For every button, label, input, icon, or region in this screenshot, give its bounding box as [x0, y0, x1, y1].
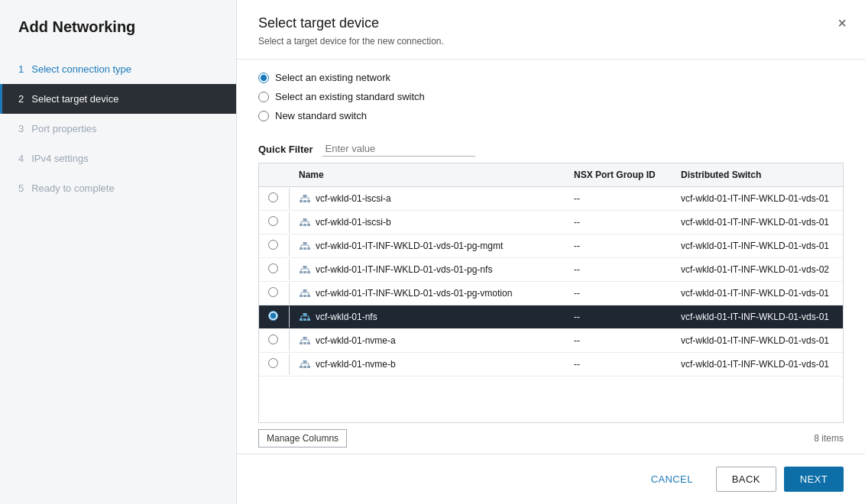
- network-table: Name NSX Port Group ID Distributed Switc…: [259, 163, 843, 376]
- radio-option-2[interactable]: Select an existing standard switch: [258, 91, 844, 102]
- back-button[interactable]: BACK: [716, 467, 776, 492]
- network-icon: [299, 192, 311, 205]
- row-name-text-7: vcf-wkld-01-nvme-b: [316, 359, 396, 370]
- filter-input[interactable]: [322, 141, 475, 157]
- row-radio-7[interactable]: [259, 353, 287, 376]
- svg-rect-58: [307, 366, 310, 368]
- svg-rect-57: [303, 366, 306, 368]
- svg-rect-51: [303, 337, 307, 339]
- svg-rect-56: [300, 366, 303, 368]
- table-row[interactable]: vcf-wkld-01-IT-INF-WKLD-01-vds-01-pg-vmo…: [259, 282, 843, 305]
- table-row[interactable]: vcf-wkld-01-nvme-a--vcf-wkld-01-IT-INF-W…: [259, 329, 843, 353]
- svg-rect-16: [300, 247, 303, 250]
- row-name-text-4: vcf-wkld-01-IT-INF-WKLD-01-vds-01-pg-vmo…: [316, 288, 512, 299]
- network-icon: [299, 287, 311, 299]
- row-ds-5: vcf-wkld-01-IT-INF-WKLD-01-vds-01: [673, 305, 843, 329]
- manage-columns-button[interactable]: Manage Columns: [258, 429, 347, 447]
- svg-rect-18: [307, 247, 310, 250]
- table-body: vcf-wkld-01-iscsi-a--vcf-wkld-01-IT-INF-…: [259, 187, 843, 376]
- svg-rect-10: [307, 224, 310, 226]
- svg-rect-43: [303, 313, 307, 315]
- radio-input-1[interactable]: [258, 73, 269, 83]
- radio-option-3[interactable]: New standard switch: [258, 110, 844, 121]
- table-row[interactable]: vcf-wkld-01-IT-INF-WKLD-01-vds-01-pg-nfs…: [259, 258, 843, 282]
- row-nsx-1: --: [566, 211, 673, 234]
- table-row[interactable]: vcf-wkld-01-iscsi-a--vcf-wkld-01-IT-INF-…: [259, 187, 843, 211]
- row-radio-input-1[interactable]: [268, 216, 278, 226]
- dialog-footer: CANCEL BACK NEXT: [237, 454, 865, 504]
- svg-rect-9: [303, 224, 306, 226]
- row-name-0: vcf-wkld-01-iscsi-a: [291, 187, 566, 211]
- network-icon: [299, 263, 311, 276]
- row-radio-6[interactable]: [259, 329, 287, 353]
- step-num-4: 4: [18, 153, 24, 164]
- network-icon: [299, 334, 311, 347]
- step-label-1: Select connection type: [31, 63, 131, 75]
- network-icon: [299, 311, 311, 323]
- radio-input-3[interactable]: [258, 111, 269, 121]
- row-radio-input-5[interactable]: [268, 311, 278, 321]
- svg-rect-19: [303, 242, 307, 244]
- row-ds-2: vcf-wkld-01-IT-INF-WKLD-01-vds-01: [673, 234, 843, 258]
- row-nsx-6: --: [566, 329, 673, 353]
- sidebar-step-1[interactable]: 1Select connection type: [0, 54, 236, 84]
- row-nsx-5: --: [566, 305, 673, 329]
- step-label-3: Port properties: [31, 123, 96, 134]
- sidebar: Add Networking 1Select connection type2S…: [0, 0, 237, 504]
- svg-rect-59: [303, 360, 307, 363]
- row-nsx-2: --: [566, 234, 673, 258]
- row-radio-input-7[interactable]: [268, 358, 278, 368]
- svg-rect-32: [300, 295, 303, 297]
- row-nsx-3: --: [566, 258, 673, 282]
- row-radio-4[interactable]: [259, 282, 287, 305]
- table-row[interactable]: vcf-wkld-01-nfs--vcf-wkld-01-IT-INF-WKLD…: [259, 305, 843, 329]
- svg-rect-42: [307, 318, 310, 321]
- svg-rect-17: [303, 247, 306, 250]
- row-ds-6: vcf-wkld-01-IT-INF-WKLD-01-vds-01: [673, 329, 843, 353]
- filter-label: Quick Filter: [258, 144, 313, 155]
- row-radio-5[interactable]: [259, 305, 287, 329]
- table-row[interactable]: vcf-wkld-01-IT-INF-WKLD-01-vds-01-pg-mgm…: [259, 234, 843, 258]
- row-radio-0[interactable]: [259, 187, 287, 211]
- row-name-5: vcf-wkld-01-nfs: [291, 305, 566, 329]
- row-name-text-0: vcf-wkld-01-iscsi-a: [316, 193, 391, 204]
- svg-rect-33: [303, 295, 306, 297]
- svg-rect-2: [307, 200, 310, 202]
- svg-rect-3: [303, 195, 307, 197]
- table-row[interactable]: vcf-wkld-01-nvme-b--vcf-wkld-01-IT-INF-W…: [259, 353, 843, 376]
- row-radio-input-0[interactable]: [268, 192, 278, 202]
- row-ds-3: vcf-wkld-01-IT-INF-WKLD-01-vds-02: [673, 258, 843, 282]
- row-nsx-4: --: [566, 282, 673, 305]
- content-subtitle: Select a target device for the new conne…: [258, 36, 844, 47]
- row-radio-input-4[interactable]: [268, 287, 278, 297]
- svg-rect-26: [307, 271, 310, 273]
- row-name-3: vcf-wkld-01-IT-INF-WKLD-01-vds-01-pg-nfs: [291, 258, 566, 282]
- svg-rect-50: [307, 342, 310, 344]
- row-name-7: vcf-wkld-01-nvme-b: [291, 353, 566, 376]
- table-row[interactable]: vcf-wkld-01-iscsi-b--vcf-wkld-01-IT-INF-…: [259, 211, 843, 234]
- sidebar-step-5: 5Ready to complete: [0, 173, 236, 203]
- row-radio-input-6[interactable]: [268, 334, 278, 344]
- close-button[interactable]: ×: [834, 12, 850, 34]
- row-radio-3[interactable]: [259, 258, 287, 282]
- svg-rect-41: [303, 318, 306, 321]
- step-num-5: 5: [18, 183, 24, 194]
- next-button[interactable]: NEXT: [784, 467, 844, 492]
- modal-title: Add Networking: [0, 18, 236, 54]
- row-radio-input-3[interactable]: [268, 263, 278, 273]
- row-radio-2[interactable]: [259, 234, 287, 258]
- radio-option-1[interactable]: Select an existing network: [258, 72, 844, 83]
- row-radio-input-2[interactable]: [268, 240, 278, 250]
- step-num-3: 3: [18, 123, 24, 134]
- items-count: 8 items: [814, 433, 844, 444]
- row-ds-1: vcf-wkld-01-IT-INF-WKLD-01-vds-01: [673, 211, 843, 234]
- step-label-4: IPv4 settings: [31, 153, 88, 164]
- radio-label-2: Select an existing standard switch: [275, 91, 425, 102]
- row-name-text-2: vcf-wkld-01-IT-INF-WKLD-01-vds-01-pg-mgm…: [316, 241, 503, 251]
- step-num-1: 1: [18, 63, 24, 75]
- row-radio-1[interactable]: [259, 211, 287, 234]
- cancel-button[interactable]: CANCEL: [636, 467, 708, 491]
- sidebar-step-2[interactable]: 2Select target device: [0, 84, 236, 114]
- row-name-text-1: vcf-wkld-01-iscsi-b: [316, 217, 391, 228]
- radio-input-2[interactable]: [258, 92, 269, 102]
